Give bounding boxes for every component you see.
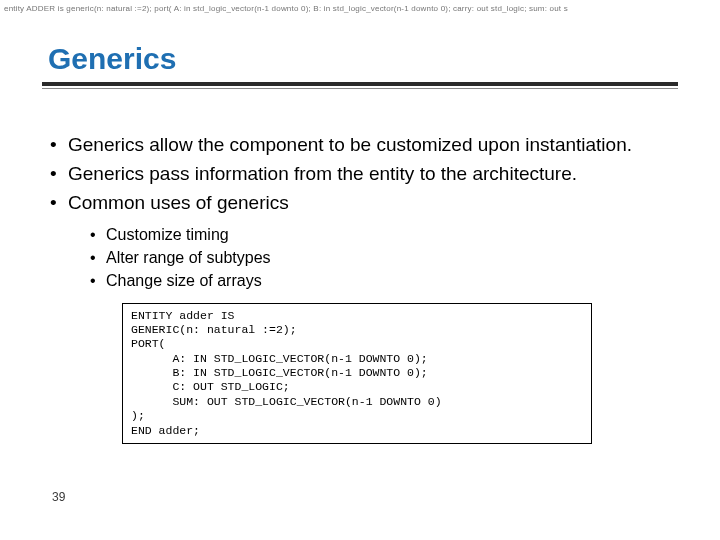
bullet-list: Generics allow the component to be custo… [48, 133, 660, 291]
sub-bullet-item: Customize timing [88, 225, 660, 245]
title-rule-thin [42, 88, 678, 89]
slide-content: Generics allow the component to be custo… [42, 133, 678, 444]
slide-title: Generics [42, 42, 678, 76]
sub-bullet-list: Customize timing Alter range of subtypes… [88, 225, 660, 291]
title-rule-thick [42, 82, 678, 86]
bullet-item: Generics allow the component to be custo… [48, 133, 660, 156]
bullet-text: Common uses of generics [68, 192, 289, 213]
bullet-item: Generics pass information from the entit… [48, 162, 660, 185]
code-block: ENTITY adder IS GENERIC(n: natural :=2);… [122, 303, 592, 444]
sub-bullet-item: Alter range of subtypes [88, 248, 660, 268]
sub-bullet-item: Change size of arrays [88, 271, 660, 291]
top-watermark: entity ADDER is generic(n: natural :=2);… [4, 4, 720, 13]
bullet-item: Common uses of generics Customize timing… [48, 191, 660, 290]
slide-container: Generics Generics allow the component to… [0, 14, 720, 540]
slide-number: 39 [52, 490, 65, 504]
